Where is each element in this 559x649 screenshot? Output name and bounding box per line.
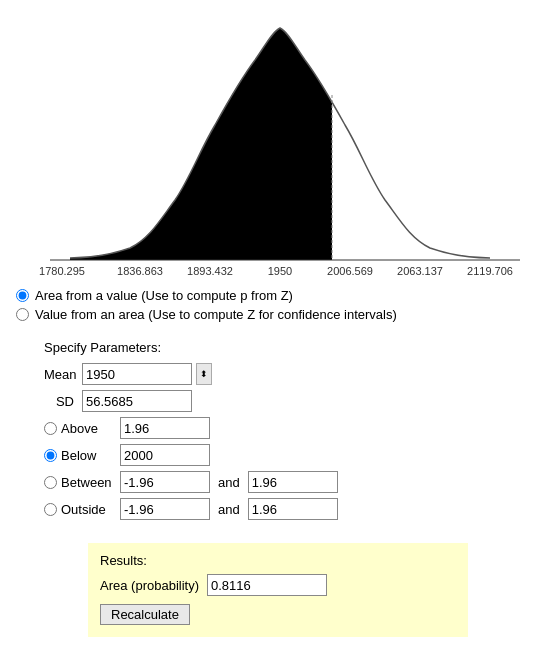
svg-text:2063.137: 2063.137: [397, 265, 443, 277]
between-input1[interactable]: [120, 471, 210, 493]
computation-mode-section: Area from a value (Use to compute p from…: [0, 280, 559, 330]
outside-radio[interactable]: [44, 503, 57, 516]
option1-row: Area from a value (Use to compute p from…: [16, 288, 543, 303]
params-title: Specify Parameters:: [44, 340, 543, 355]
below-radio[interactable]: [44, 449, 57, 462]
below-row: Below: [44, 444, 543, 466]
outside-and: and: [218, 502, 240, 517]
svg-text:1780.295: 1780.295: [39, 265, 85, 277]
recalculate-button[interactable]: Recalculate: [100, 604, 190, 625]
svg-text:2119.706: 2119.706: [467, 265, 513, 277]
option2-row: Value from an area (Use to compute Z for…: [16, 307, 543, 322]
bell-curve-chart: 1780.295 1836.863 1893.432 1950 2006.569…: [0, 10, 559, 280]
results-wrapper: Results: Area (probability) Recalculate: [0, 535, 559, 645]
area-value-input[interactable]: [207, 574, 327, 596]
mean-input[interactable]: [82, 363, 192, 385]
mean-label: Mean: [44, 367, 74, 382]
above-radio[interactable]: [44, 422, 57, 435]
above-row: Above: [44, 417, 543, 439]
area-label: Area (probability): [100, 578, 199, 593]
sd-input[interactable]: [82, 390, 192, 412]
svg-text:2006.569: 2006.569: [327, 265, 373, 277]
outside-label: Outside: [61, 502, 116, 517]
below-input[interactable]: [120, 444, 210, 466]
outside-input2[interactable]: [248, 498, 338, 520]
option2-label: Value from an area (Use to compute Z for…: [35, 307, 397, 322]
between-and: and: [218, 475, 240, 490]
svg-text:1893.432: 1893.432: [187, 265, 233, 277]
area-row: Area (probability): [100, 574, 456, 596]
results-title: Results:: [100, 553, 456, 568]
parameters-section: Specify Parameters: Mean ⬍ SD Above Belo…: [0, 330, 559, 535]
below-label: Below: [61, 448, 116, 463]
sd-row: SD: [44, 390, 543, 412]
svg-text:1836.863: 1836.863: [117, 265, 163, 277]
between-row: Between and: [44, 471, 543, 493]
outside-input1[interactable]: [120, 498, 210, 520]
above-label: Above: [61, 421, 116, 436]
svg-text:1950: 1950: [268, 265, 292, 277]
between-radio[interactable]: [44, 476, 57, 489]
between-label: Between: [61, 475, 116, 490]
sd-label: SD: [44, 394, 74, 409]
between-input2[interactable]: [248, 471, 338, 493]
above-input[interactable]: [120, 417, 210, 439]
option1-radio[interactable]: [16, 289, 29, 302]
option1-label: Area from a value (Use to compute p from…: [35, 288, 293, 303]
option2-radio[interactable]: [16, 308, 29, 321]
results-section: Results: Area (probability) Recalculate: [88, 543, 468, 637]
outside-row: Outside and: [44, 498, 543, 520]
mean-spinner[interactable]: ⬍: [196, 363, 212, 385]
mean-row: Mean ⬍: [44, 363, 543, 385]
